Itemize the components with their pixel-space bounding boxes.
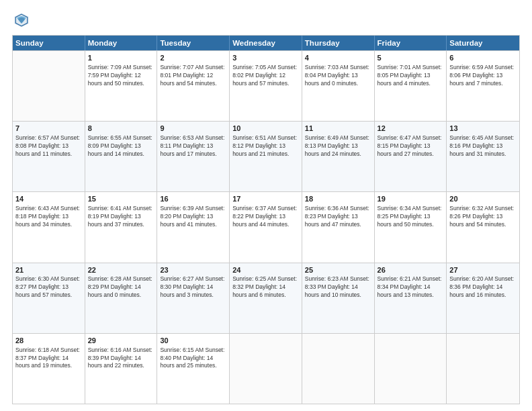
day-info: Sunrise: 6:27 AM Sunset: 8:30 PM Dayligh…: [160, 275, 226, 300]
calendar-cell: [13, 51, 85, 121]
calendar-cell: 16Sunrise: 6:39 AM Sunset: 8:20 PM Dayli…: [157, 192, 230, 262]
calendar-cell: 9Sunrise: 6:53 AM Sunset: 8:11 PM Daylig…: [157, 122, 230, 191]
day-info: Sunrise: 6:47 AM Sunset: 8:15 PM Dayligh…: [378, 134, 444, 158]
day-number: 17: [232, 194, 299, 204]
calendar-cell: 15Sunrise: 6:41 AM Sunset: 8:19 PM Dayli…: [85, 192, 158, 262]
day-number: 14: [15, 194, 82, 204]
day-info: Sunrise: 6:23 AM Sunset: 8:33 PM Dayligh…: [305, 275, 371, 300]
day-info: Sunrise: 6:39 AM Sunset: 8:20 PM Dayligh…: [160, 205, 226, 229]
header-day-sunday: Sunday: [13, 36, 85, 50]
calendar-cell: 20Sunrise: 6:32 AM Sunset: 8:26 PM Dayli…: [447, 192, 519, 262]
logo-icon: [12, 11, 31, 30]
day-number: 13: [449, 124, 517, 134]
calendar-row-4: 21Sunrise: 6:30 AM Sunset: 8:27 PM Dayli…: [13, 263, 519, 333]
day-number: 26: [378, 265, 444, 275]
calendar-cell: 2Sunrise: 7:07 AM Sunset: 8:01 PM Daylig…: [157, 51, 230, 121]
header-day-tuesday: Tuesday: [157, 36, 230, 50]
day-info: Sunrise: 6:20 AM Sunset: 8:36 PM Dayligh…: [449, 275, 517, 300]
calendar-cell: 30Sunrise: 6:15 AM Sunset: 8:40 PM Dayli…: [157, 334, 230, 404]
calendar-cell: 29Sunrise: 6:16 AM Sunset: 8:39 PM Dayli…: [85, 334, 158, 404]
day-number: 23: [160, 265, 226, 275]
day-info: Sunrise: 6:25 AM Sunset: 8:32 PM Dayligh…: [232, 275, 299, 300]
day-info: Sunrise: 6:43 AM Sunset: 8:18 PM Dayligh…: [15, 205, 82, 229]
calendar-cell: 22Sunrise: 6:28 AM Sunset: 8:29 PM Dayli…: [85, 263, 158, 333]
day-info: Sunrise: 6:36 AM Sunset: 8:23 PM Dayligh…: [305, 205, 371, 229]
day-number: 22: [88, 265, 154, 275]
day-number: 8: [88, 124, 154, 134]
day-number: 12: [378, 124, 444, 134]
calendar-cell: 8Sunrise: 6:55 AM Sunset: 8:09 PM Daylig…: [85, 122, 158, 191]
day-info: Sunrise: 6:34 AM Sunset: 8:25 PM Dayligh…: [378, 205, 444, 229]
day-info: Sunrise: 6:41 AM Sunset: 8:19 PM Dayligh…: [88, 205, 154, 229]
day-number: 4: [305, 53, 371, 63]
day-info: Sunrise: 6:18 AM Sunset: 8:37 PM Dayligh…: [15, 347, 82, 371]
calendar-row-2: 7Sunrise: 6:57 AM Sunset: 8:08 PM Daylig…: [13, 121, 519, 191]
calendar-cell: [447, 334, 519, 404]
day-number: 19: [378, 194, 444, 204]
day-info: Sunrise: 6:28 AM Sunset: 8:29 PM Dayligh…: [88, 275, 154, 300]
calendar-header: SundayMondayTuesdayWednesdayThursdayFrid…: [13, 36, 519, 50]
calendar-cell: 17Sunrise: 6:37 AM Sunset: 8:22 PM Dayli…: [230, 192, 302, 262]
day-info: Sunrise: 7:03 AM Sunset: 8:04 PM Dayligh…: [305, 64, 371, 88]
calendar-row-1: 1Sunrise: 7:09 AM Sunset: 7:59 PM Daylig…: [13, 50, 519, 121]
day-number: 2: [160, 53, 226, 63]
day-number: 1: [88, 53, 154, 63]
header-day-saturday: Saturday: [447, 36, 519, 50]
header-day-friday: Friday: [375, 36, 447, 50]
day-info: Sunrise: 6:15 AM Sunset: 8:40 PM Dayligh…: [160, 347, 226, 371]
day-number: 3: [232, 53, 299, 63]
calendar-cell: 23Sunrise: 6:27 AM Sunset: 8:30 PM Dayli…: [157, 263, 230, 333]
day-number: 27: [449, 265, 517, 275]
day-number: 15: [88, 194, 154, 204]
day-number: 16: [160, 194, 226, 204]
calendar-cell: 10Sunrise: 6:51 AM Sunset: 8:12 PM Dayli…: [230, 122, 302, 191]
day-info: Sunrise: 6:37 AM Sunset: 8:22 PM Dayligh…: [232, 205, 299, 229]
day-info: Sunrise: 6:21 AM Sunset: 8:34 PM Dayligh…: [378, 275, 444, 300]
day-info: Sunrise: 6:30 AM Sunset: 8:27 PM Dayligh…: [15, 275, 82, 300]
day-info: Sunrise: 6:55 AM Sunset: 8:09 PM Dayligh…: [88, 134, 154, 158]
day-number: 11: [305, 124, 371, 134]
day-info: Sunrise: 6:49 AM Sunset: 8:13 PM Dayligh…: [305, 134, 371, 158]
calendar-cell: 7Sunrise: 6:57 AM Sunset: 8:08 PM Daylig…: [13, 122, 85, 191]
day-number: 30: [160, 336, 226, 346]
day-number: 24: [232, 265, 299, 275]
calendar-cell: 24Sunrise: 6:25 AM Sunset: 8:32 PM Dayli…: [230, 263, 302, 333]
day-number: 10: [232, 124, 299, 134]
day-info: Sunrise: 7:07 AM Sunset: 8:01 PM Dayligh…: [160, 64, 226, 88]
calendar-cell: 13Sunrise: 6:45 AM Sunset: 8:16 PM Dayli…: [447, 122, 519, 191]
logo: [12, 11, 34, 30]
calendar-cell: 5Sunrise: 7:01 AM Sunset: 8:05 PM Daylig…: [375, 51, 447, 121]
header-day-thursday: Thursday: [302, 36, 375, 50]
day-number: 7: [15, 124, 82, 134]
page: SundayMondayTuesdayWednesdayThursdayFrid…: [0, 0, 532, 411]
calendar-cell: 11Sunrise: 6:49 AM Sunset: 8:13 PM Dayli…: [302, 122, 375, 191]
day-number: 20: [449, 194, 517, 204]
calendar-cell: 18Sunrise: 6:36 AM Sunset: 8:23 PM Dayli…: [302, 192, 375, 262]
calendar-body: 1Sunrise: 7:09 AM Sunset: 7:59 PM Daylig…: [13, 50, 519, 404]
calendar-cell: 27Sunrise: 6:20 AM Sunset: 8:36 PM Dayli…: [447, 263, 519, 333]
day-number: 18: [305, 194, 371, 204]
calendar-cell: 14Sunrise: 6:43 AM Sunset: 8:18 PM Dayli…: [13, 192, 85, 262]
day-info: Sunrise: 7:09 AM Sunset: 7:59 PM Dayligh…: [88, 64, 154, 88]
calendar-cell: [230, 334, 302, 404]
day-number: 6: [449, 53, 517, 63]
day-info: Sunrise: 6:51 AM Sunset: 8:12 PM Dayligh…: [232, 134, 299, 158]
calendar-cell: 3Sunrise: 7:05 AM Sunset: 8:02 PM Daylig…: [230, 51, 302, 121]
calendar-cell: [302, 334, 375, 404]
calendar-cell: 6Sunrise: 6:59 AM Sunset: 8:06 PM Daylig…: [447, 51, 519, 121]
calendar-cell: 25Sunrise: 6:23 AM Sunset: 8:33 PM Dayli…: [302, 263, 375, 333]
calendar-cell: [375, 334, 447, 404]
day-info: Sunrise: 6:16 AM Sunset: 8:39 PM Dayligh…: [88, 347, 154, 371]
calendar: SundayMondayTuesdayWednesdayThursdayFrid…: [12, 35, 520, 404]
header: [12, 11, 520, 30]
day-info: Sunrise: 7:05 AM Sunset: 8:02 PM Dayligh…: [232, 64, 299, 88]
day-info: Sunrise: 7:01 AM Sunset: 8:05 PM Dayligh…: [378, 64, 444, 88]
day-number: 28: [15, 336, 82, 346]
day-number: 29: [88, 336, 154, 346]
calendar-row-3: 14Sunrise: 6:43 AM Sunset: 8:18 PM Dayli…: [13, 191, 519, 262]
calendar-cell: 4Sunrise: 7:03 AM Sunset: 8:04 PM Daylig…: [302, 51, 375, 121]
day-info: Sunrise: 6:57 AM Sunset: 8:08 PM Dayligh…: [15, 134, 82, 158]
calendar-cell: 28Sunrise: 6:18 AM Sunset: 8:37 PM Dayli…: [13, 334, 85, 404]
day-info: Sunrise: 6:45 AM Sunset: 8:16 PM Dayligh…: [449, 134, 517, 158]
calendar-cell: 21Sunrise: 6:30 AM Sunset: 8:27 PM Dayli…: [13, 263, 85, 333]
